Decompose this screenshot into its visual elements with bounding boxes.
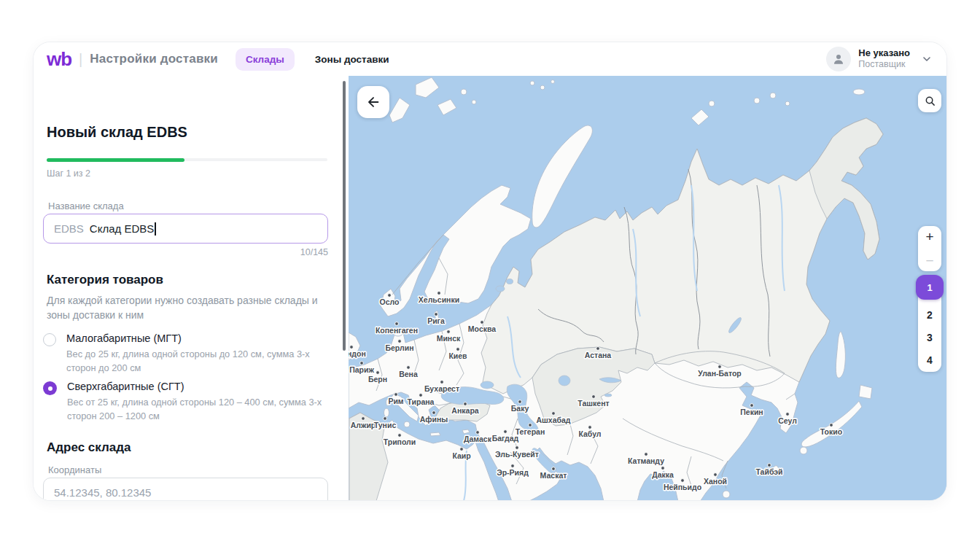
address-heading: Адрес склада bbox=[47, 440, 131, 455]
map-city-dot bbox=[786, 413, 790, 416]
map-city-dot bbox=[438, 292, 441, 295]
map-city-dot bbox=[388, 294, 392, 297]
text-cursor bbox=[155, 222, 156, 236]
map-city-label: Сеул bbox=[778, 416, 797, 425]
zoom-in-button[interactable]: + bbox=[925, 230, 933, 244]
tab-delivery-zones[interactable]: Зоны доставки bbox=[305, 48, 400, 71]
map-city-label: Лондон bbox=[349, 349, 366, 358]
arrow-left-icon bbox=[365, 94, 381, 110]
warehouse-name-input[interactable]: EDBS Склад EDBS bbox=[43, 214, 328, 244]
map-city-dot bbox=[456, 348, 460, 351]
radio-option-mgt[interactable]: Малогабаритные (МГТ) Вес до 25 кг, длина… bbox=[43, 332, 335, 375]
map-city-dot bbox=[511, 464, 515, 468]
option-label: Малогабаритные (МГТ) bbox=[66, 332, 330, 344]
map-city-label: Осло bbox=[380, 297, 400, 306]
map-city-label: Кабул bbox=[578, 429, 601, 438]
radio-button[interactable] bbox=[43, 381, 57, 395]
map-city-dot bbox=[504, 430, 508, 434]
map-city-dot bbox=[750, 404, 754, 408]
map-city-dot bbox=[435, 313, 438, 316]
map-city-label: Берн bbox=[368, 375, 387, 384]
map-city-dot bbox=[529, 424, 532, 427]
name-value: Склад EDBS bbox=[90, 222, 154, 235]
user-menu[interactable]: Не указано Поставщик bbox=[826, 47, 932, 71]
form-title: Новый склад EDBS bbox=[47, 124, 187, 141]
map-canvas[interactable]: ОслоХельсинкиРигаМоскваКопенгагенМинскБе… bbox=[349, 76, 947, 501]
map-city-label: Тегеран bbox=[516, 427, 545, 436]
category-description: Для каждой категории нужно создавать раз… bbox=[47, 293, 331, 323]
map-city-dot bbox=[432, 411, 436, 415]
map-city-label: Катманду bbox=[628, 456, 664, 465]
map-city-label: Берлин bbox=[385, 343, 413, 352]
person-icon bbox=[832, 52, 845, 66]
map-city-dot bbox=[419, 394, 423, 397]
map-city-label: Каир bbox=[452, 451, 470, 460]
map-city-label: Маскат bbox=[540, 471, 567, 480]
category-heading: Категория товаров bbox=[47, 273, 163, 287]
tab-warehouses[interactable]: Склады bbox=[236, 48, 295, 71]
user-role: Поставщик bbox=[858, 59, 910, 71]
map-city-label: Тайбэй bbox=[755, 467, 782, 476]
map-city-label: Рига bbox=[427, 316, 445, 325]
coordinates-input[interactable]: 54.12345, 80.12345 bbox=[43, 478, 328, 501]
avatar bbox=[826, 47, 851, 71]
map-city-dot bbox=[681, 479, 685, 483]
option-description: Вес до 25 кг, длина одной стороны до 120… bbox=[66, 347, 330, 375]
map-city-dot bbox=[398, 340, 402, 343]
map-city-label: Вена bbox=[399, 370, 418, 378]
search-icon bbox=[925, 96, 936, 106]
map-city-label: Пекин bbox=[740, 408, 763, 416]
map-city-label: Ханой bbox=[704, 477, 727, 486]
map-city-dot bbox=[440, 381, 444, 384]
warehouse-form-panel: Новый склад EDBS Шаг 1 из 2 Название скл… bbox=[34, 76, 349, 501]
back-button[interactable] bbox=[357, 86, 389, 118]
map-city-dot bbox=[362, 417, 365, 421]
map-city-dot bbox=[481, 321, 484, 324]
map-city-dot bbox=[460, 448, 464, 451]
map-city-dot bbox=[407, 366, 411, 370]
wb-logo: wb bbox=[47, 50, 71, 69]
map-city-label: Ашхабад bbox=[536, 416, 570, 424]
map-city-dot bbox=[447, 330, 451, 334]
map-panel[interactable]: ОслоХельсинкиРигаМоскваКопенгагенМинскБе… bbox=[349, 76, 947, 501]
map-city-label: Киев bbox=[448, 351, 467, 360]
map-city-label: Рим bbox=[388, 397, 403, 405]
map-city-dot bbox=[588, 426, 592, 429]
map-city-label: Хельсинки bbox=[419, 295, 459, 304]
map-city-label: Багдад bbox=[492, 434, 519, 443]
zoom-level-2[interactable]: 2 bbox=[918, 303, 941, 326]
map-city-dot bbox=[395, 322, 399, 326]
map-city-dot bbox=[350, 346, 354, 349]
map-city-dot bbox=[552, 412, 556, 416]
map-city-dot bbox=[552, 467, 556, 471]
radio-option-sgt[interactable]: Сверхгабаритные (СГТ) Вес от 25 кг, длин… bbox=[43, 381, 335, 423]
map-city-label: Анкара bbox=[451, 406, 478, 415]
panel-scrollbar[interactable] bbox=[343, 81, 346, 351]
map-city-label: Токио bbox=[820, 427, 842, 436]
zoom-level-3[interactable]: 3 bbox=[918, 326, 941, 349]
map-city-label: Тунис bbox=[374, 421, 397, 429]
progress-fill bbox=[47, 158, 184, 162]
zoom-out-button[interactable]: − bbox=[925, 254, 933, 268]
coords-label: Координаты bbox=[48, 464, 101, 475]
map-city-label: Дакка bbox=[652, 470, 674, 479]
map-city-dot bbox=[661, 467, 665, 470]
option-description: Вес от 25 кг, длина одной стороны 120 – … bbox=[67, 395, 331, 423]
map-city-dot bbox=[464, 402, 467, 406]
map-search-button[interactable] bbox=[918, 89, 941, 112]
user-name: Не указано bbox=[858, 47, 910, 59]
zoom-level-1-selected[interactable]: 1 bbox=[916, 275, 944, 300]
map-city-dot bbox=[384, 417, 387, 421]
map-city-dot bbox=[476, 431, 480, 435]
map-city-dot bbox=[645, 453, 648, 456]
char-counter: 10/145 bbox=[43, 247, 328, 257]
zoom-level-4[interactable]: 4 bbox=[918, 349, 941, 371]
radio-button[interactable] bbox=[43, 333, 56, 346]
map-city-label: Москва bbox=[468, 324, 496, 333]
progress-bar bbox=[47, 158, 327, 161]
map-city-dot bbox=[830, 424, 833, 427]
page-title: Настройки доставки bbox=[90, 52, 218, 66]
map-city-label: Ташкент bbox=[578, 399, 609, 408]
map-city-label: Копенгаген bbox=[376, 326, 418, 335]
map-city-label: Дамаск bbox=[464, 435, 492, 443]
